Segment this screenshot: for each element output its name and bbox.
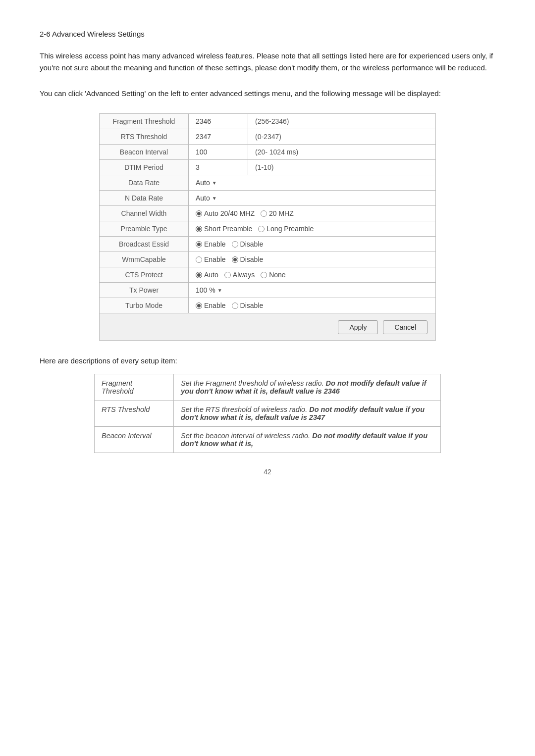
intro-paragraph-1: This wireless access point has many adva… <box>40 50 495 74</box>
settings-value: 2346 <box>189 114 248 129</box>
settings-dropdown[interactable]: 100 % ▼ <box>189 283 436 298</box>
radio-circle <box>196 226 202 232</box>
page-number: 42 <box>40 468 495 476</box>
settings-row: Channel WidthAuto 20/40 MHZ20 MHZ <box>100 206 436 221</box>
settings-row: Data RateAuto ▼ <box>100 175 436 191</box>
settings-row: Beacon Interval100(20- 1024 ms) <box>100 145 436 160</box>
settings-label: Turbo Mode <box>100 298 189 313</box>
radio-circle <box>196 210 202 217</box>
section-title: 2-6 Advanced Wireless Settings <box>40 30 495 38</box>
desc-term: Fragment Threshold <box>95 374 174 401</box>
settings-label: Data Rate <box>100 175 189 191</box>
radio-label: Disable <box>240 302 264 309</box>
intro-paragraph-2: You can click 'Advanced Setting' on the … <box>40 88 495 100</box>
desc-definition: Set the RTS threshold of wireless radio.… <box>174 401 441 427</box>
radio-item[interactable]: Disable <box>232 240 264 248</box>
radio-label: Enable <box>204 240 226 248</box>
radio-label: None <box>269 271 285 279</box>
radio-item[interactable]: Enable <box>196 255 226 263</box>
buttons-row-tr: Apply Cancel <box>100 313 436 341</box>
settings-dropdown[interactable]: Auto ▼ <box>189 175 436 191</box>
settings-table: Fragment Threshold2346(256-2346)RTS Thre… <box>99 113 436 341</box>
settings-label: Fragment Threshold <box>100 114 189 129</box>
desc-definition: Set the beacon interval of wireless radi… <box>174 427 441 453</box>
dropdown-value: 100 % <box>196 286 215 294</box>
radio-label: Short Preamble <box>204 225 252 233</box>
radio-item[interactable]: Auto 20/40 MHZ <box>196 209 255 217</box>
settings-hint: (0-2347) <box>248 129 436 145</box>
radio-item[interactable]: Always <box>224 271 255 279</box>
settings-label: N Data Rate <box>100 191 189 206</box>
radio-item[interactable]: Auto <box>196 271 218 279</box>
settings-radio-group: EnableDisable <box>189 252 436 267</box>
settings-row: N Data RateAuto ▼ <box>100 191 436 206</box>
radio-label: Disable <box>240 240 264 248</box>
desc-row: RTS ThresholdSet the RTS threshold of wi… <box>95 401 441 427</box>
settings-row: Preamble TypeShort PreambleLong Preamble <box>100 221 436 237</box>
settings-label: Channel Width <box>100 206 189 221</box>
desc-plain: Set the Fragment threshold of wireless r… <box>181 379 326 387</box>
radio-circle <box>196 241 202 248</box>
desc-term: Beacon Interval <box>95 427 174 453</box>
dropdown-value: Auto <box>196 194 210 202</box>
settings-row: WmmCapableEnableDisable <box>100 252 436 267</box>
settings-row: DTIM Period3(1-10) <box>100 160 436 175</box>
radio-item[interactable]: Enable <box>196 302 226 309</box>
settings-label: Tx Power <box>100 283 189 298</box>
settings-row: Tx Power100 % ▼ <box>100 283 436 298</box>
radio-circle <box>232 256 238 263</box>
desc-row: Beacon IntervalSet the beacon interval o… <box>95 427 441 453</box>
cancel-button[interactable]: Cancel <box>383 320 428 334</box>
radio-circle <box>196 272 202 278</box>
radio-circle <box>232 302 238 309</box>
radio-label: Enable <box>204 302 226 309</box>
settings-hint: (20- 1024 ms) <box>248 145 436 160</box>
radio-item[interactable]: Disable <box>232 302 264 309</box>
radio-circle <box>196 302 202 309</box>
radio-circle <box>224 272 231 278</box>
settings-value: 100 <box>189 145 248 160</box>
dropdown-arrow-icon: ▼ <box>212 180 217 186</box>
radio-item[interactable]: None <box>261 271 285 279</box>
radio-item[interactable]: 20 MHZ <box>261 209 294 217</box>
settings-radio-group: Auto 20/40 MHZ20 MHZ <box>189 206 436 221</box>
settings-label: Beacon Interval <box>100 145 189 160</box>
radio-circle <box>258 226 265 232</box>
radio-label: Always <box>233 271 255 279</box>
desc-row: Fragment ThresholdSet the Fragment thres… <box>95 374 441 401</box>
desc-term: RTS Threshold <box>95 401 174 427</box>
radio-circle <box>196 256 202 263</box>
radio-label: Long Preamble <box>267 225 314 233</box>
settings-hint: (1-10) <box>248 160 436 175</box>
settings-radio-group: Short PreambleLong Preamble <box>189 221 436 237</box>
settings-label: Preamble Type <box>100 221 189 237</box>
radio-circle <box>261 210 267 217</box>
desc-plain: Set the beacon interval of wireless radi… <box>181 432 312 440</box>
settings-label: RTS Threshold <box>100 129 189 145</box>
radio-item[interactable]: Short Preamble <box>196 225 252 233</box>
settings-radio-group: EnableDisable <box>189 237 436 252</box>
radio-label: 20 MHZ <box>269 209 294 217</box>
settings-row: Turbo ModeEnableDisable <box>100 298 436 313</box>
settings-radio-group: AutoAlwaysNone <box>189 267 436 283</box>
radio-item[interactable]: Disable <box>232 255 264 263</box>
settings-row: Fragment Threshold2346(256-2346) <box>100 114 436 129</box>
desc-definition: Set the Fragment threshold of wireless r… <box>174 374 441 401</box>
settings-row: Broadcast EssidEnableDisable <box>100 237 436 252</box>
radio-item[interactable]: Enable <box>196 240 226 248</box>
settings-label: WmmCapable <box>100 252 189 267</box>
dropdown-arrow-icon: ▼ <box>217 288 222 293</box>
apply-button[interactable]: Apply <box>338 320 378 334</box>
settings-row: RTS Threshold2347(0-2347) <box>100 129 436 145</box>
settings-dropdown[interactable]: Auto ▼ <box>189 191 436 206</box>
dropdown-value: Auto <box>196 179 210 187</box>
settings-value: 3 <box>189 160 248 175</box>
settings-row: CTS ProtectAutoAlwaysNone <box>100 267 436 283</box>
radio-label: Auto <box>204 271 218 279</box>
settings-label: Broadcast Essid <box>100 237 189 252</box>
radio-circle <box>232 241 238 248</box>
radio-item[interactable]: Long Preamble <box>258 225 314 233</box>
dropdown-arrow-icon: ▼ <box>212 196 217 201</box>
settings-label: CTS Protect <box>100 267 189 283</box>
settings-hint: (256-2346) <box>248 114 436 129</box>
